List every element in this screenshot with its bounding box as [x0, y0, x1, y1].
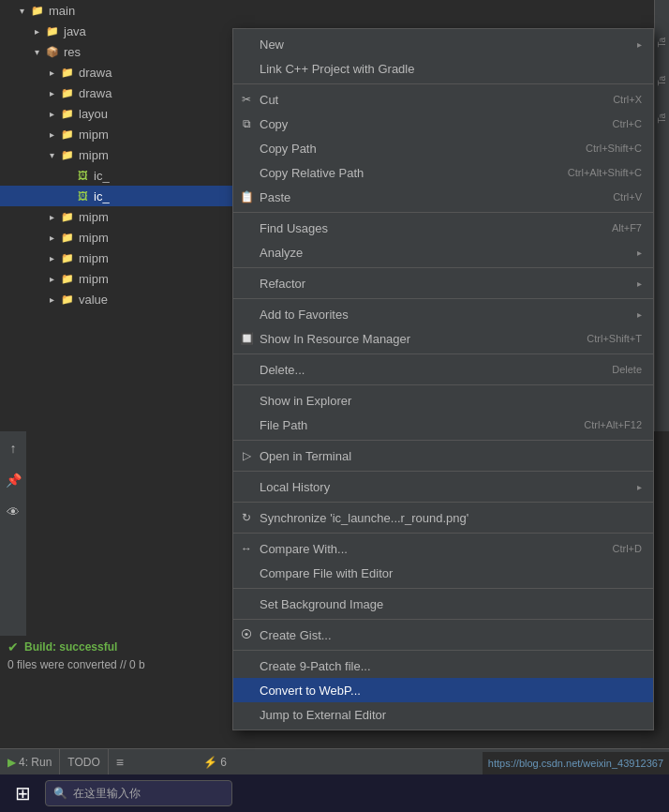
menu-label-open-terminal: Open in Terminal [260, 449, 642, 463]
menu-shortcut-file-path: Ctrl+Alt+F12 [584, 419, 642, 430]
taskbar-search[interactable]: 🔍 在这里输入你 [45, 780, 232, 806]
menu-item-open-terminal[interactable]: ▷Open in Terminal [233, 444, 653, 468]
run-tab[interactable]: ▶ 4: Run [0, 749, 60, 774]
menu-separator-separator8 [233, 471, 653, 472]
menu-separator-separator3 [233, 267, 653, 268]
tree-item-ic_launcher1[interactable]: 🖼ic_ [0, 165, 232, 186]
tree-item-mipm1[interactable]: ▸📁mipm [0, 124, 232, 144]
menu-item-copy[interactable]: ⧉CopyCtrl+C [233, 112, 653, 136]
menu-item-analyze[interactable]: Analyze▸ [233, 240, 653, 264]
menu-separator-separator12 [233, 619, 653, 620]
menu-item-add-favorites[interactable]: Add to Favorites▸ [233, 302, 653, 326]
tree-item-mipm4[interactable]: ▸📁mipm [0, 227, 232, 248]
menu-item-copy-path[interactable]: Copy PathCtrl+Shift+C [233, 136, 653, 160]
eye-icon[interactable]: 👁 [2, 501, 24, 523]
start-button[interactable]: ⊞ [7, 778, 37, 808]
right-tab-2[interactable]: Ta [657, 76, 667, 86]
menu-shortcut-copy-path: Ctrl+Shift+C [586, 143, 642, 154]
tree-arrow-mipm1: ▸ [45, 128, 58, 141]
tree-item-res[interactable]: ▾📦res [0, 41, 232, 62]
build-success-text: Build: successful [24, 640, 117, 654]
submenu-arrow-add-favorites: ▸ [637, 309, 642, 320]
tree-item-mipm5[interactable]: ▸📁mipm [0, 248, 232, 268]
menu-label-show-resource-manager: Show In Resource Manager [260, 332, 549, 346]
menu-item-link-cpp[interactable]: Link C++ Project with Gradle [233, 56, 653, 81]
menu-separator-separator7 [233, 440, 653, 441]
menu-item-new[interactable]: New▸ [233, 32, 653, 56]
menu-label-set-background: Set Background Image [260, 597, 642, 611]
menu-item-cut[interactable]: ✂CutCtrl+X [233, 87, 653, 112]
tree-label-layou: layou [79, 107, 108, 121]
menu-label-convert-webp: Convert to WebP... [260, 684, 642, 698]
menu-item-convert-webp[interactable]: Convert to WebP... [233, 678, 653, 702]
tree-arrow-values: ▸ [45, 293, 58, 306]
menu-item-compare-editor[interactable]: Compare File with Editor [233, 561, 653, 585]
right-tab-3[interactable]: Ta [657, 113, 667, 124]
tree-item-mipm6[interactable]: ▸📁mipm [0, 268, 232, 289]
tree-label-mipm2: mipm [79, 148, 109, 162]
menu-label-copy-path: Copy Path [260, 142, 548, 156]
menu-item-file-path[interactable]: File PathCtrl+Alt+F12 [233, 413, 653, 437]
menu-label-create-gist: Create Gist... [260, 628, 642, 642]
event-log-icon[interactable]: ⚡ 6 [203, 756, 227, 769]
tree-item-values[interactable]: ▸📁value [0, 289, 232, 309]
menu-item-synchronize[interactable]: ↻Synchronize 'ic_launche...r_round.png' [233, 505, 653, 530]
tree-icon-res: 📦 [45, 44, 60, 59]
tree-icon-drawa: 📁 [60, 65, 75, 80]
tree-item-mipm2[interactable]: ▾📁mipm [0, 144, 232, 165]
tree-icon-ic_launcher2: 🖼 [75, 188, 90, 203]
tree-item-main[interactable]: ▾📁main [0, 0, 232, 21]
menu-item-show-resource-manager[interactable]: 🔲Show In Resource ManagerCtrl+Shift+T [233, 326, 653, 351]
todo-tab[interactable]: TODO [60, 749, 108, 774]
menu-separator-separator10 [233, 533, 653, 534]
tree-label-java: java [64, 24, 86, 38]
tree-icon-main: 📁 [30, 3, 45, 18]
menu-icon-cut: ✂ [239, 93, 254, 106]
menu-shortcut-copy-relative-path: Ctrl+Alt+Shift+C [568, 167, 642, 178]
more-tab[interactable]: ≡ [109, 749, 131, 774]
menu-label-add-favorites: Add to Favorites [260, 308, 630, 322]
tree-label-ic_launcher2: ic_ [94, 189, 110, 203]
tree-item-drawb[interactable]: ▸📁drawa [0, 83, 232, 103]
sync-icon[interactable]: ↑ [2, 437, 24, 459]
menu-item-find-usages[interactable]: Find UsagesAlt+F7 [233, 216, 653, 240]
menu-item-refactor[interactable]: Refactor▸ [233, 271, 653, 295]
menu-item-local-history[interactable]: Local History▸ [233, 474, 653, 499]
todo-tab-label: TODO [67, 756, 99, 769]
menu-item-compare-with[interactable]: ↔Compare With...Ctrl+D [233, 536, 653, 561]
menu-item-show-explorer[interactable]: Show in Explorer [233, 388, 653, 413]
tree-item-mipm3[interactable]: ▸📁mipm [0, 206, 232, 227]
menu-item-paste[interactable]: 📋PasteCtrl+V [233, 185, 653, 209]
tree-item-layou[interactable]: ▸📁layou [0, 103, 232, 124]
menu-label-refactor: Refactor [260, 277, 630, 291]
taskbar: ⊞ 🔍 在这里输入你 [0, 774, 669, 812]
tree-item-ic_launcher2[interactable]: 🖼ic_ [0, 186, 232, 206]
menu-label-analyze: Analyze [260, 246, 630, 260]
menu-item-delete[interactable]: Delete...Delete [233, 357, 653, 382]
menu-item-jump-external[interactable]: Jump to External Editor [233, 702, 653, 727]
menu-label-local-history: Local History [260, 480, 630, 494]
menu-separator-separator11 [233, 588, 653, 589]
run-icon: ▶ [7, 756, 16, 769]
submenu-arrow-refactor: ▸ [637, 278, 642, 289]
menu-item-create-gist[interactable]: ⦿Create Gist... [233, 623, 653, 647]
menu-item-set-background[interactable]: Set Background Image [233, 592, 653, 616]
menu-shortcut-find-usages: Alt+F7 [612, 222, 642, 233]
url-text: https://blog.csdn.net/weixin_43912367 [488, 758, 663, 769]
pin-icon[interactable]: 📌 [2, 469, 24, 491]
menu-item-create-9patch[interactable]: Create 9-Patch file... [233, 654, 653, 678]
menu-item-copy-relative-path[interactable]: Copy Relative PathCtrl+Alt+Shift+C [233, 160, 653, 185]
right-tab-1[interactable]: Ta [657, 38, 667, 48]
tree-icon-mipm6: 📁 [60, 271, 75, 286]
tree-item-drawa[interactable]: ▸📁drawa [0, 62, 232, 83]
menu-label-jump-external: Jump to External Editor [260, 708, 642, 722]
more-icon: ≡ [116, 755, 124, 770]
tree-item-java[interactable]: ▸📁java [0, 21, 232, 41]
menu-shortcut-show-resource-manager: Ctrl+Shift+T [587, 333, 642, 344]
tree-arrow-drawb: ▸ [45, 86, 58, 99]
tree-label-mipm3: mipm [79, 210, 109, 224]
tree-label-mipm5: mipm [79, 251, 109, 265]
menu-label-find-usages: Find Usages [260, 221, 574, 235]
tree-arrow-mipm3: ▸ [45, 210, 58, 223]
menu-label-create-9patch: Create 9-Patch file... [260, 659, 642, 673]
